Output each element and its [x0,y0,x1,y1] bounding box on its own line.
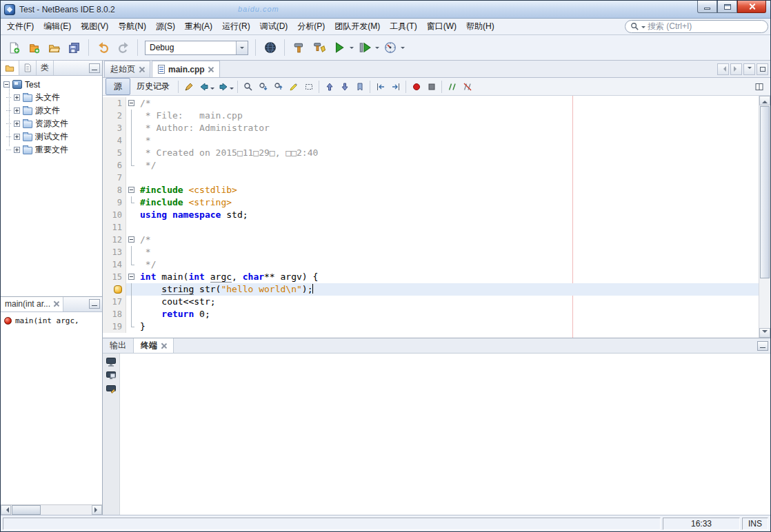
open-project-button[interactable] [45,39,63,57]
maximize-editor-button[interactable] [757,63,768,75]
find-selection-button[interactable] [241,79,255,94]
code-line[interactable]: 14 */ [103,258,759,271]
expand-icon[interactable] [14,134,20,140]
code-line[interactable]: 15int main(int argc, char** argv) { [103,271,759,283]
profile-dropdown-icon[interactable] [401,47,405,51]
tree-item-resource-files[interactable]: 资源文件 [1,117,102,130]
close-tab-icon[interactable] [161,343,166,349]
code-text[interactable]: cout<<str; [136,296,759,308]
undo-button[interactable] [94,39,112,57]
connection-button[interactable] [261,39,279,57]
menu-team[interactable]: 团队开发(M) [330,18,385,35]
code-text[interactable]: * Author: Administrator [136,122,759,134]
code-text[interactable] [136,221,759,234]
split-document-button[interactable] [752,79,766,94]
build-project-button[interactable] [290,39,308,57]
menu-refactor[interactable]: 重构(A) [180,18,217,35]
code-text[interactable] [136,172,759,184]
fold-margin[interactable] [126,221,136,234]
expand-icon[interactable] [14,108,20,114]
menu-help[interactable]: 帮助(H) [461,18,499,35]
fold-margin[interactable] [126,134,136,147]
code-text[interactable]: /* [136,97,759,110]
save-all-button[interactable] [65,39,83,57]
fold-margin[interactable] [126,159,136,172]
new-file-button[interactable] [5,39,23,57]
expand-icon[interactable] [14,147,20,153]
tree-item-header-files[interactable]: 头文件 [1,91,102,104]
menu-run[interactable]: 运行(R) [217,18,255,35]
menu-profile[interactable]: 分析(P) [292,18,330,35]
search-box[interactable]: 搜索 (Ctrl+I) [625,20,768,33]
navigator-tab[interactable]: main(int ar... [1,297,63,311]
menu-debug[interactable]: 调试(D) [255,18,293,35]
tab-start-page[interactable]: 起始页 [104,61,150,77]
projects-tab[interactable] [1,61,19,75]
toggle-bookmark-button[interactable] [352,79,367,94]
tab-main-cpp[interactable]: main.cpp [152,61,220,77]
code-line[interactable]: 7 [103,172,759,184]
code-text[interactable]: #include <cstdlib> [136,184,759,196]
next-bookmark-button[interactable] [337,79,352,94]
remote-terminal-icon[interactable] [106,371,117,380]
code-line[interactable]: 18 return 0; [103,308,759,320]
close-tab-icon[interactable] [139,67,144,72]
new-terminal-icon[interactable] [106,357,117,367]
start-macro-recording-button[interactable] [409,79,423,94]
profile-project-button[interactable] [381,39,399,57]
configuration-dropdown-button[interactable] [236,41,248,54]
code-line[interactable]: 1/* [103,97,759,110]
code-text[interactable]: } [136,320,759,333]
code-text[interactable]: * Created on 2015□11□29□, □□2:40 [136,147,759,159]
configuration-select[interactable]: Debug [145,41,248,55]
scroll-left-button[interactable] [1,505,11,515]
back-button[interactable] [197,79,211,94]
minimize-button[interactable] [697,1,717,13]
code-line[interactable]: 13 * [103,246,759,258]
tree-item-test-files[interactable]: 测试文件 [1,130,102,143]
minimize-panel-button[interactable] [89,299,100,309]
titlebar[interactable]: Test - NetBeans IDE 8.0.2 baidu.com [1,1,770,19]
fold-margin[interactable] [126,184,136,196]
clean-build-project-button[interactable] [310,39,328,57]
fold-collapse-icon[interactable] [128,274,134,280]
comment-button[interactable] [445,79,459,94]
menu-window[interactable]: 窗口(W) [422,18,461,35]
classes-tab[interactable]: 类 [37,61,54,75]
fold-margin[interactable] [126,308,136,320]
code-text[interactable]: /* [136,234,759,246]
forward-button[interactable] [216,79,230,94]
scrollbar-track[interactable] [759,279,770,328]
code-text[interactable]: #include <string> [136,196,759,209]
fold-margin[interactable] [126,97,136,110]
code-line[interactable]: 3 * Author: Administrator [103,122,759,134]
code-text[interactable]: * [136,246,759,258]
fold-margin[interactable] [126,209,136,221]
scroll-down-button[interactable] [759,328,770,338]
fold-margin[interactable] [126,234,136,246]
fold-margin[interactable] [126,271,136,283]
scroll-tabs-left-button[interactable] [717,63,729,75]
fold-collapse-icon[interactable] [128,187,134,193]
close-tab-icon[interactable] [53,301,59,307]
vertical-scrollbar[interactable] [759,96,770,338]
code-text[interactable]: string str("hello world\n"); [136,283,759,296]
code-text[interactable]: */ [136,159,759,172]
fold-margin[interactable] [126,122,136,134]
collapse-icon[interactable] [3,81,10,88]
code-line[interactable]: 10using namespace std; [103,209,759,221]
menu-view[interactable]: 视图(V) [76,18,113,35]
code-text[interactable]: return 0; [136,308,759,320]
expand-icon[interactable] [14,94,20,101]
new-project-button[interactable] [25,39,43,57]
close-button[interactable] [737,1,766,13]
close-tab-icon[interactable] [208,67,214,72]
search-scope-dropdown-icon[interactable] [641,26,645,30]
menu-navigate[interactable]: 导航(N) [113,18,151,35]
scroll-right-button[interactable] [92,505,102,515]
minimize-panel-button[interactable] [89,63,100,73]
code-line[interactable]: 5 * Created on 2015□11□29□, □□2:40 [103,147,759,159]
hint-bulb-icon[interactable] [114,285,122,294]
menu-tools[interactable]: 工具(T) [385,18,421,35]
code-text[interactable]: * [136,134,759,147]
